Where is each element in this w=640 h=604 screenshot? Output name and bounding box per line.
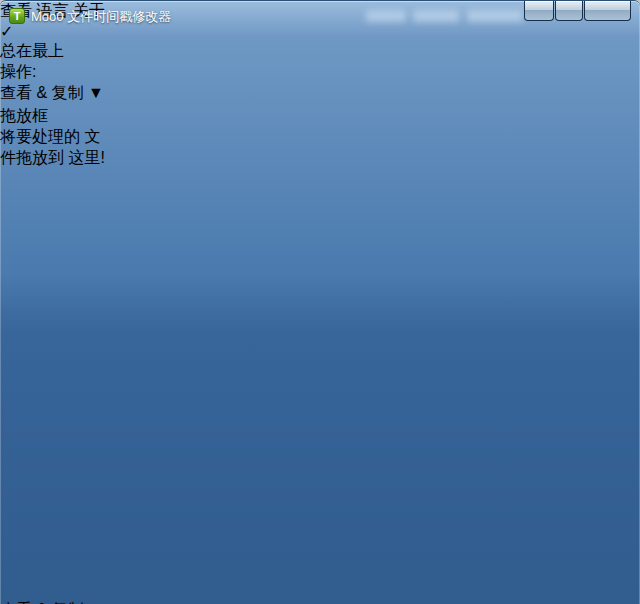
redacted-text: [413, 10, 459, 22]
close-button[interactable]: [584, 1, 631, 21]
app-window: T Moo0 文件时间戳修改器 查看 语言 关于 ✓ 总在最上 操作: [0, 0, 640, 604]
operation-value: 查看 & 复制: [0, 84, 84, 101]
always-on-top-label: 总在最上: [0, 41, 640, 62]
dropzone-hint: 将要处理的 文件拖放到 这里!: [0, 127, 107, 169]
redacted-text: [467, 10, 523, 22]
panel-heading: 查看 & 复制: [0, 600, 640, 604]
maximize-button[interactable]: [555, 1, 583, 21]
minimize-button[interactable]: [524, 1, 554, 21]
client-area: 查看 语言 关于 ✓ 总在最上 操作: 查看 & 复制 ▼ 拖放框 将要处理的 …: [0, 1, 640, 604]
app-icon: T: [9, 8, 25, 24]
operation-select[interactable]: 查看 & 复制 ▼: [0, 83, 470, 106]
dropzone-group-label: 拖放框: [0, 107, 48, 124]
main-panel: 查看 & 复制 << 请拖放一个文件/文件夹到框内. 文件名和大小 复制 大小:…: [0, 600, 640, 604]
window-controls: [524, 1, 631, 21]
redacted-text: [366, 10, 406, 22]
titlebar[interactable]: T Moo0 文件时间戳修改器: [0, 1, 640, 31]
dropzone-groupbox[interactable]: 拖放框 将要处理的 文件拖放到 这里!: [0, 106, 107, 600]
window-title: Moo0 文件时间戳修改器: [31, 8, 171, 26]
operation-label: 操作:: [0, 62, 640, 83]
chevron-down-icon: ▼: [88, 84, 104, 101]
